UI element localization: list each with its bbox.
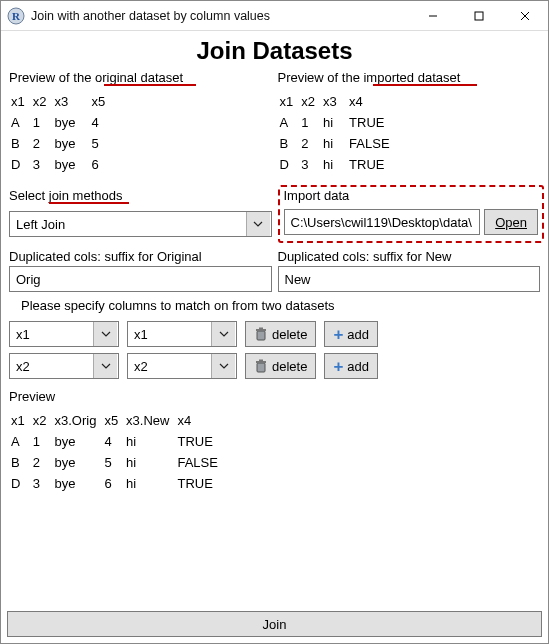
add-button[interactable]: + add (324, 353, 378, 379)
col-header: x5 (102, 410, 124, 431)
match-row: x2 x2 delete + add (9, 353, 540, 379)
col-header: x3 (52, 91, 89, 112)
table-row: A1bye4hiTRUE (9, 431, 224, 452)
window-maximize-button[interactable] (456, 1, 502, 31)
delete-button[interactable]: delete (245, 353, 316, 379)
table-row: A1hiTRUE (278, 112, 396, 133)
label-dup-original: Duplicated cols: suffix for Original (9, 243, 272, 266)
add-label: add (347, 359, 369, 374)
table-row: B2bye5 (9, 133, 111, 154)
match-right-value: x1 (134, 327, 148, 342)
match-row: x1 x1 delete + add (9, 321, 540, 347)
underline-imported (373, 84, 477, 86)
col-header: x4 (175, 410, 223, 431)
col-header: x1 (9, 410, 31, 431)
open-button[interactable]: Open (484, 209, 538, 235)
underline-original (104, 84, 196, 86)
table-original-preview: x1 x2 x3 x5 A1bye4 B2bye5 D3bye6 (9, 91, 111, 175)
join-label: Join (263, 617, 287, 632)
col-header: x3 (321, 91, 347, 112)
chevron-down-icon (93, 354, 117, 378)
minimize-icon (428, 11, 438, 21)
label-preview-original: Preview of the original dataset (9, 67, 272, 87)
import-data-box: Import data Open (278, 185, 545, 243)
svg-rect-11 (259, 360, 263, 362)
svg-rect-8 (259, 328, 263, 330)
label-preview-imported-text: Preview of the imported dataset (278, 70, 461, 85)
match-right-select[interactable]: x1 (127, 321, 237, 347)
match-left-value: x2 (16, 359, 30, 374)
table-row: D3bye6hiTRUE (9, 473, 224, 494)
chevron-down-icon (211, 322, 235, 346)
page-title: Join Datasets (9, 37, 540, 65)
label-dup-new: Duplicated cols: suffix for New (278, 243, 541, 266)
underline-join-methods (49, 202, 129, 204)
add-label: add (347, 327, 369, 342)
col-header: x4 (347, 91, 395, 112)
import-path-field[interactable] (284, 209, 481, 235)
col-header: x2 (31, 410, 53, 431)
join-method-value: Left Join (16, 217, 65, 232)
col-header: x1 (278, 91, 300, 112)
label-preview-original-text: Preview of the original dataset (9, 70, 183, 85)
table-result-preview: x1 x2 x3.Orig x5 x3.New x4 A1bye4hiTRUE … (9, 410, 224, 494)
label-join-methods: Select join methods (9, 185, 272, 205)
table-header-row: x1 x2 x3 x4 (278, 91, 396, 112)
svg-rect-9 (257, 363, 265, 372)
svg-rect-3 (475, 12, 483, 20)
col-header: x2 (299, 91, 321, 112)
window-minimize-button[interactable] (410, 1, 456, 31)
match-right-value: x2 (134, 359, 148, 374)
match-left-select[interactable]: x2 (9, 353, 119, 379)
svg-text:R: R (12, 10, 21, 22)
trash-icon (254, 327, 268, 341)
table-row: B2bye5hiFALSE (9, 452, 224, 473)
trash-icon (254, 359, 268, 373)
plus-icon: + (333, 326, 343, 343)
delete-label: delete (272, 327, 307, 342)
col-header: x1 (9, 91, 31, 112)
label-preview-imported: Preview of the imported dataset (278, 67, 541, 87)
join-method-select[interactable]: Left Join (9, 211, 272, 237)
table-row: D3bye6 (9, 154, 111, 175)
col-header: x5 (89, 91, 111, 112)
label-preview-result: Preview (9, 385, 540, 406)
add-button[interactable]: + add (324, 321, 378, 347)
label-join-methods-text: Select join methods (9, 188, 122, 203)
match-left-value: x1 (16, 327, 30, 342)
col-header: x3.Orig (52, 410, 102, 431)
table-imported-preview: x1 x2 x3 x4 A1hiTRUE B2hiFALSE D3hiTRUE (278, 91, 396, 175)
table-header-row: x1 x2 x3.Orig x5 x3.New x4 (9, 410, 224, 431)
plus-icon: + (333, 358, 343, 375)
table-header-row: x1 x2 x3 x5 (9, 91, 111, 112)
titlebar: R Join with another dataset by column va… (1, 1, 548, 31)
table-row: D3hiTRUE (278, 154, 396, 175)
delete-button[interactable]: delete (245, 321, 316, 347)
col-header: x3.New (124, 410, 175, 431)
suffix-original-field[interactable] (9, 266, 272, 292)
match-instruction: Please specify columns to match on from … (9, 292, 540, 315)
chevron-down-icon (211, 354, 235, 378)
chevron-down-icon (246, 212, 270, 236)
table-row: A1bye4 (9, 112, 111, 133)
window-close-button[interactable] (502, 1, 548, 31)
label-import-data: Import data (284, 187, 539, 205)
app-icon: R (7, 7, 25, 25)
svg-rect-6 (257, 331, 265, 340)
suffix-new-field[interactable] (278, 266, 541, 292)
join-button[interactable]: Join (7, 611, 542, 637)
match-left-select[interactable]: x1 (9, 321, 119, 347)
table-row: B2hiFALSE (278, 133, 396, 154)
delete-label: delete (272, 359, 307, 374)
close-icon (520, 11, 530, 21)
window-title: Join with another dataset by column valu… (31, 9, 410, 23)
match-right-select[interactable]: x2 (127, 353, 237, 379)
maximize-icon (474, 11, 484, 21)
col-header: x2 (31, 91, 53, 112)
chevron-down-icon (93, 322, 117, 346)
